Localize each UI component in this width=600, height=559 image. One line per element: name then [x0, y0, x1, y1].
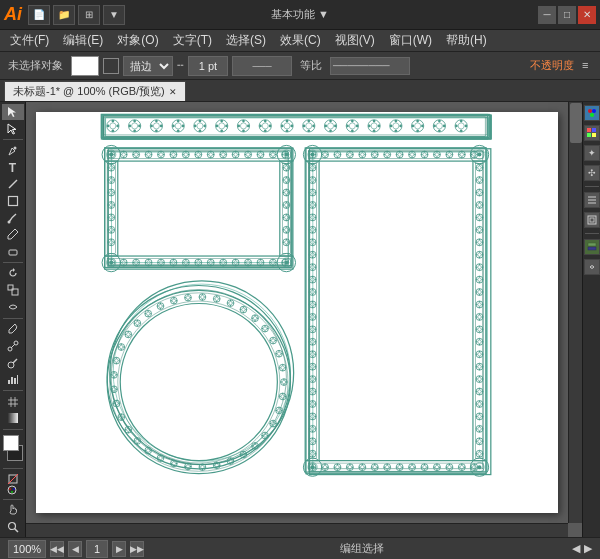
restore-button[interactable]: □ [558, 6, 576, 24]
links-panel-btn[interactable] [584, 259, 600, 275]
blend-tool[interactable] [2, 338, 24, 354]
stroke-swatch[interactable] [71, 56, 99, 76]
scale-tool[interactable] [2, 282, 24, 298]
opacity-settings-icon[interactable]: ≡ [582, 59, 596, 73]
svg-point-1035 [113, 386, 114, 387]
type-tool[interactable]: T [2, 160, 24, 176]
foreground-swatch[interactable] [3, 435, 19, 451]
zoom-display[interactable]: 100% [8, 540, 46, 558]
next-btn[interactable]: ▶ [112, 541, 126, 557]
stroke-type-select[interactable]: 描边 [123, 56, 173, 76]
prev-page-btn[interactable]: ◀◀ [50, 541, 64, 557]
svg-point-1040 [112, 373, 115, 376]
svg-point-486 [386, 157, 387, 158]
pencil-tool[interactable] [2, 226, 24, 242]
zoom-input[interactable]: ──────── [330, 57, 410, 75]
fill-swatch[interactable] [103, 58, 119, 74]
menu-type[interactable]: 文字(T) [167, 30, 218, 51]
color-mode-icon[interactable] [7, 485, 18, 496]
close-button[interactable]: ✕ [578, 6, 596, 24]
workspace-label[interactable]: 基本功能 ▼ [271, 7, 329, 22]
svg-point-770 [481, 167, 482, 168]
svg-point-712 [312, 356, 313, 357]
svg-point-177 [135, 151, 136, 152]
svg-point-704 [311, 340, 314, 343]
layers-panel-btn[interactable] [584, 239, 600, 255]
menu-help[interactable]: 帮助(H) [440, 30, 493, 51]
svg-point-798 [479, 232, 480, 233]
rect-tool[interactable] [2, 193, 24, 209]
svg-point-120 [328, 123, 334, 129]
svg-point-114 [306, 123, 312, 129]
page-number[interactable]: 1 [86, 540, 108, 558]
svg-point-240 [262, 154, 263, 155]
document-tab[interactable]: 未标题-1* @ 100% (RGB/预览) ✕ [4, 81, 186, 101]
menu-select[interactable]: 选择(S) [220, 30, 272, 51]
svg-point-245 [269, 154, 270, 155]
canvas-white[interactable]: /* generated in JS below */ [36, 112, 558, 513]
menu-view[interactable]: 视图(V) [329, 30, 381, 51]
warp-tool[interactable] [2, 299, 24, 315]
arrange-icon[interactable]: ⊞ [78, 5, 100, 25]
stroke-width-input[interactable] [188, 56, 228, 76]
svg-point-386 [110, 244, 111, 245]
svg-point-418 [286, 219, 287, 220]
svg-point-570 [385, 465, 388, 468]
new-doc-icon[interactable]: 📄 [28, 5, 50, 25]
next-page-btn[interactable]: ▶▶ [130, 541, 144, 557]
prev-btn[interactable]: ◀ [68, 541, 82, 557]
svg-point-325 [245, 262, 246, 263]
dropdown-icon[interactable]: ▼ [103, 5, 125, 25]
minimize-button[interactable]: ─ [538, 6, 556, 24]
menu-object[interactable]: 对象(O) [111, 30, 164, 51]
gradient-tool[interactable] [2, 411, 24, 427]
svg-point-748 [312, 431, 313, 432]
svg-point-621 [312, 164, 313, 165]
rotate-tool[interactable] [2, 266, 24, 282]
align-panel-btn[interactable] [584, 192, 600, 208]
svg-point-833 [479, 301, 480, 302]
line-tool[interactable] [2, 176, 24, 192]
select-tool[interactable] [2, 104, 24, 120]
svg-point-374 [110, 219, 111, 220]
pen-tool[interactable] [2, 143, 24, 159]
paintbrush-tool[interactable] [2, 210, 24, 226]
menu-file[interactable]: 文件(F) [4, 30, 55, 51]
svg-point-1128 [267, 328, 268, 329]
menu-window[interactable]: 窗口(W) [383, 30, 438, 51]
no-fill-icon[interactable] [8, 474, 18, 484]
svg-point-530 [476, 154, 477, 155]
transform-panel-btn[interactable] [584, 212, 600, 228]
mesh-tool[interactable] [2, 394, 24, 410]
hand-tool[interactable] [2, 503, 24, 519]
zoom-tool[interactable] [2, 519, 24, 535]
color-panel-btn[interactable] [584, 105, 600, 121]
status-arrow-left[interactable]: ◀ [572, 542, 580, 555]
svg-point-762 [315, 453, 316, 454]
direct-select-tool[interactable] [2, 121, 24, 137]
brushes-panel-btn[interactable]: ✦ [584, 145, 600, 161]
svg-point-753 [312, 438, 313, 439]
status-arrow-right[interactable]: ▶ [584, 542, 592, 555]
symbols-panel-btn[interactable]: ✣ [584, 165, 600, 181]
eraser-tool[interactable] [2, 243, 24, 259]
svg-point-881 [479, 401, 480, 402]
dash-pattern[interactable]: ─── [232, 56, 292, 76]
swatches-panel-btn[interactable] [584, 125, 600, 141]
vertical-scrollbar[interactable] [568, 102, 582, 523]
tab-close-icon[interactable]: ✕ [169, 87, 177, 97]
scroll-thumb-vertical[interactable] [570, 103, 582, 143]
svg-point-94 [225, 125, 228, 128]
menu-edit[interactable]: 编辑(E) [57, 30, 109, 51]
menu-effect[interactable]: 效果(C) [274, 30, 327, 51]
open-file-icon[interactable]: 📁 [53, 5, 75, 25]
horizontal-scrollbar[interactable] [26, 523, 568, 537]
svg-point-494 [402, 154, 403, 155]
svg-point-930 [286, 381, 287, 382]
symbol-sprayer-tool[interactable] [2, 355, 24, 371]
svg-point-116 [307, 129, 310, 132]
svg-point-884 [481, 403, 482, 404]
column-graph-tool[interactable] [2, 371, 24, 387]
eyedropper-tool[interactable] [2, 321, 24, 337]
svg-point-135 [368, 125, 371, 128]
